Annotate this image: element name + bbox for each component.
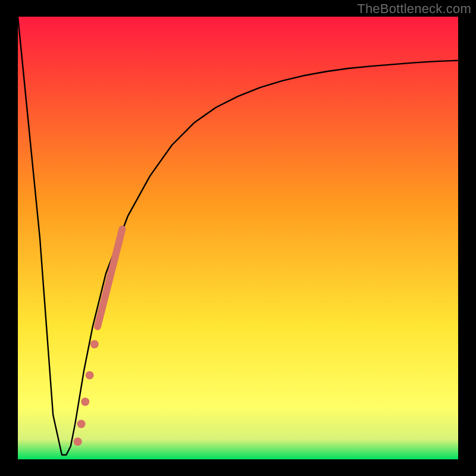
plot-area [18, 17, 458, 459]
chart-container: TheBottleneck.com [0, 0, 476, 476]
data-point [90, 340, 99, 349]
data-point [81, 397, 89, 406]
bottleneck-chart [0, 0, 476, 476]
data-point [77, 419, 86, 428]
data-point [86, 371, 94, 380]
data-point [74, 437, 82, 446]
